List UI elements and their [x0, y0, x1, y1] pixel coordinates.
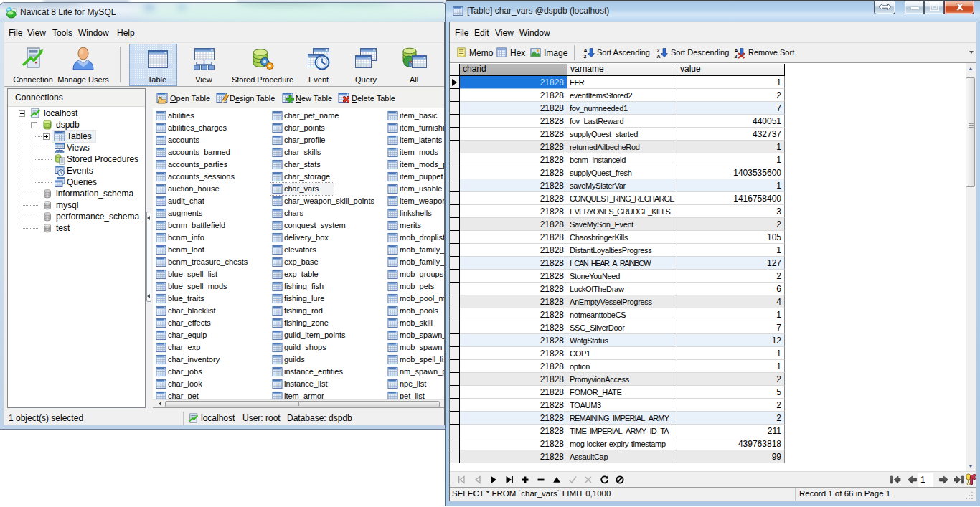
svg-text:A: A [657, 54, 661, 59]
svg-text:2: 2 [584, 54, 587, 59]
svg-text:A: A [735, 48, 738, 53]
svg-text:A: A [584, 48, 588, 53]
svg-text:2: 2 [735, 54, 738, 59]
svg-text:2: 2 [657, 48, 660, 53]
